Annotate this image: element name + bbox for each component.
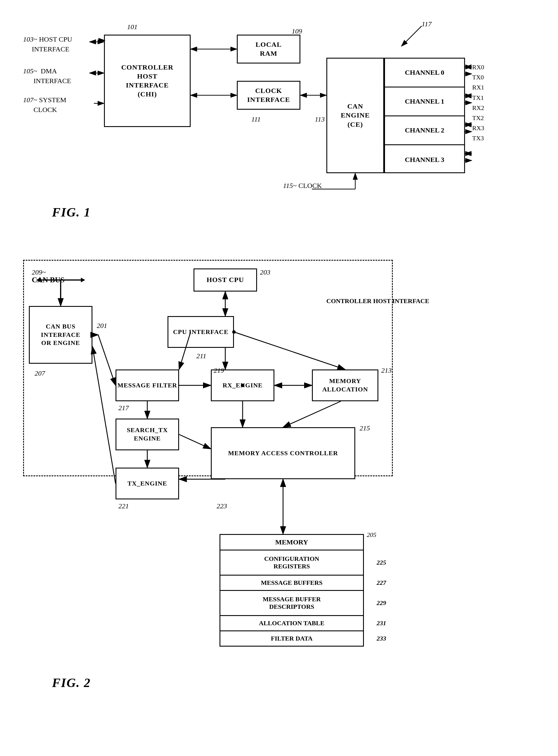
ref-225: 225 (377, 559, 386, 566)
ref-217: 217 (119, 404, 129, 412)
channel2-box: CHANNEL 2 (385, 116, 464, 145)
sysclock-label: 107~ SYSTEM CLOCK (23, 95, 67, 115)
chi-dashed-label: CONTROLLER HOST INTERFACE (326, 297, 429, 305)
config-reg-row: CONFIGURATIONREGISTERS 225 (220, 549, 364, 575)
can-bus-label: 209~ (32, 268, 46, 276)
can-bus-interface-box: CAN BUSINTERFACEOR ENGINE (29, 306, 93, 364)
cpu-interface-box: CPU INTERFACE (168, 316, 234, 348)
fig1-title: FIG. 1 (52, 205, 91, 220)
ref-221: 221 (119, 502, 129, 510)
search-tx-box: SEARCH_TX ENGINE (116, 418, 179, 450)
can-bus-text: CAN BUS (32, 276, 65, 284)
alloc-table-row: ALLOCATION TABLE 231 (220, 615, 364, 630)
message-filter-box: MESSAGE FILTER (116, 370, 179, 401)
ref-229: 229 (377, 599, 386, 607)
chi-box: CONTROLLERHOSTINTERFACE(CHI) (104, 35, 191, 127)
fig2-diagram: 209~ CAN BUS CAN BUSINTERFACEOR ENGINE 2… (23, 260, 531, 745)
channel3-box: CHANNEL 3 (385, 145, 464, 174)
fig1-diagram: 117 103~ HOST CPU INTERFACE 105~ DMA INT… (23, 17, 531, 242)
clock-interface-box: CLOCKINTERFACE (237, 81, 300, 110)
local-ram-box: LOCALRAM (237, 35, 300, 63)
memory-stack: MEMORY 205 CONFIGURATIONREGISTERS 225 ME… (220, 534, 364, 647)
memory-access-box: MEMORY ACCESS CONTROLLER (211, 427, 355, 479)
ref-219: 219 (214, 367, 224, 374)
channel1-box: CHANNEL 1 (385, 87, 464, 116)
ref-201: 201 (97, 322, 107, 330)
ref-207: 207 (35, 370, 45, 377)
ref-213: 213 (381, 367, 391, 374)
ref-205: 205 (367, 531, 376, 539)
host-cpu-label: 103~ HOST CPU INTERFACE (23, 35, 72, 54)
channels-box: CHANNEL 0 CHANNEL 1 CHANNEL 2 CHANNEL 3 (384, 58, 465, 173)
ref-111: 111 (251, 115, 260, 123)
ref-227: 227 (377, 579, 386, 587)
tx-engine-box: TX_ENGINE (116, 468, 179, 500)
fig2-title: FIG. 2 (52, 675, 91, 690)
ref-203: 203 (260, 268, 270, 276)
ref-109: 109 (292, 27, 302, 35)
ref-233: 233 (377, 635, 386, 642)
svg-line-3 (402, 26, 422, 46)
filter-data-row: FILTER DATA 233 (220, 630, 364, 647)
rx-tx-labels: RX0TX0RX1TX1RX2TX2RX3TX3 (472, 62, 484, 143)
msg-buffers-row: MESSAGE BUFFERS 227 (220, 575, 364, 590)
clock-bottom-label: 115~ CLOCK (283, 182, 322, 190)
host-cpu-box: HOST CPU (194, 268, 257, 292)
ref-117: 117 (422, 20, 431, 28)
memory-allocation-box: MEMORY ALLOCATION (312, 370, 378, 401)
msg-buf-desc-row: MESSAGE BUFFERDESCRIPTORS 229 (220, 590, 364, 615)
ref-223: 223 (217, 502, 227, 510)
channel0-box: CHANNEL 0 (385, 59, 464, 87)
ref-113: 113 (315, 115, 325, 123)
can-engine-box: CANENGINE(CE) (326, 58, 384, 173)
ref-211: 211 (196, 352, 206, 360)
memory-header: MEMORY (220, 534, 364, 549)
ref-215: 215 (360, 424, 370, 432)
ref-101: 101 (127, 23, 137, 31)
ref-231: 231 (377, 619, 386, 627)
dma-label: 105~ DMA INTERFACE (23, 66, 71, 86)
